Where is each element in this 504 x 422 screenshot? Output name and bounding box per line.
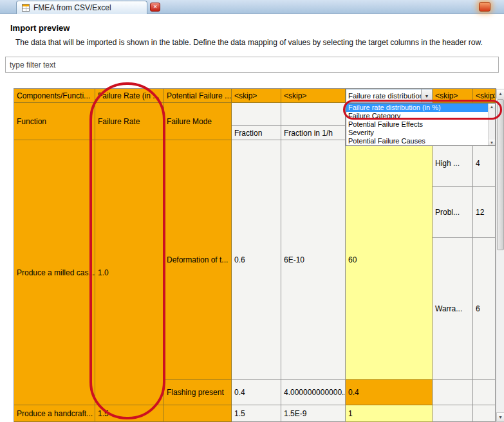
cell-rate-2: 1.5 bbox=[95, 405, 164, 422]
failure-rate-distribution-combobox[interactable]: Failure rate distribution ▼ bbox=[346, 89, 433, 103]
mapping-cell-failure-rate: Failure Rate bbox=[95, 103, 164, 140]
scrollbar-thumb[interactable] bbox=[497, 99, 504, 250]
dropdown-item-failure-rate-distribution[interactable]: Failure rate distribution (in %) bbox=[346, 104, 488, 112]
cell-failure-mode-2: Flashing present bbox=[164, 380, 232, 405]
dropdown-item-failure-category[interactable]: Failure Category bbox=[346, 112, 488, 120]
mapping-cell-fraction: Fraction bbox=[232, 126, 281, 140]
background-close-button[interactable] bbox=[479, 2, 490, 12]
mapping-cell-function: Function bbox=[14, 103, 95, 140]
column-header-skip-3[interactable]: <skip> bbox=[433, 89, 473, 103]
column-header-components[interactable]: Components/Functi... bbox=[14, 89, 95, 103]
cell-fraction-per-hour-1: 6E-10 bbox=[281, 140, 346, 380]
dropdown-item-potential-failure-causes[interactable]: Potential Failure Causes bbox=[346, 137, 488, 145]
cell-distribution-3: 1 bbox=[346, 405, 433, 422]
cell-severity-3: 6 bbox=[473, 238, 496, 380]
cell-fraction-3: 1.5 bbox=[232, 405, 281, 422]
cell-fraction-per-hour-3: 1.5E-9 bbox=[281, 405, 346, 422]
column-header-failure-rate[interactable]: Failure Rate (in ... bbox=[95, 89, 164, 103]
cell-failure-mode-1: Deformation of t... bbox=[164, 140, 232, 380]
mapping-cell-failure-mode: Failure Mode bbox=[164, 103, 232, 140]
chevron-down-icon: ▼ bbox=[425, 94, 429, 98]
cell-effect-1: High ... bbox=[433, 140, 473, 187]
column-header-skip-1[interactable]: <skip> bbox=[232, 89, 281, 103]
combobox-value: Failure rate distribution bbox=[346, 89, 421, 102]
table-vertical-scrollbar[interactable]: ▲ ▼ bbox=[496, 89, 504, 422]
cell-empty bbox=[232, 103, 281, 126]
cell-empty bbox=[473, 405, 496, 422]
cell-severity-2: 12 bbox=[473, 187, 496, 238]
cell-component-2: Produce a handcraft... bbox=[14, 405, 95, 422]
cell-fraction-2: 0.4 bbox=[232, 380, 281, 405]
cell-empty bbox=[281, 103, 346, 126]
column-header-skip-4[interactable]: <skip> bbox=[473, 89, 496, 103]
column-header-skip-2[interactable]: <skip> bbox=[281, 89, 346, 103]
cell-effect-2: Probl... bbox=[433, 187, 473, 238]
close-icon: ✕ bbox=[153, 4, 158, 10]
scroll-up-icon[interactable]: ▲ bbox=[489, 104, 495, 109]
cell-severity-1: 4 bbox=[473, 140, 496, 187]
close-button[interactable]: ✕ bbox=[150, 3, 160, 12]
window-titlebar: FMEA from CSV/Excel ✕ bbox=[0, 0, 504, 14]
cell-empty bbox=[433, 405, 473, 422]
filter-input[interactable] bbox=[5, 57, 499, 73]
scroll-down-button[interactable]: ▼ bbox=[496, 412, 504, 422]
window-tab[interactable]: FMEA from CSV/Excel bbox=[16, 1, 147, 14]
dropdown-item-severity[interactable]: Severity bbox=[346, 129, 488, 137]
page-description: The data that will be imported is shown … bbox=[15, 38, 483, 47]
column-header-potential-failure[interactable]: Potential Failure ... bbox=[164, 89, 232, 103]
csv-table-icon bbox=[22, 4, 30, 12]
page-title: Import preview bbox=[10, 23, 70, 33]
dropdown-scrollbar[interactable]: ▲ ▼ bbox=[488, 104, 495, 145]
cell-fraction-1: 0.6 bbox=[232, 140, 281, 380]
cell-empty bbox=[164, 405, 232, 422]
scroll-up-button[interactable]: ▲ bbox=[496, 89, 504, 98]
cell-fraction-per-hour-2: 4.000000000000... bbox=[281, 380, 346, 405]
dropdown-item-potential-failure-effects[interactable]: Potential Failure Effects bbox=[346, 120, 488, 129]
cell-empty bbox=[473, 380, 496, 405]
cell-distribution-1: 60 bbox=[346, 140, 433, 380]
mapping-cell-fraction-per-hour: Fraction in 1/h bbox=[281, 126, 346, 140]
window-title: FMEA from CSV/Excel bbox=[33, 3, 111, 12]
cell-distribution-2: 0.4 bbox=[346, 380, 433, 405]
mapping-dropdown-list: Failure rate distribution (in %) Failure… bbox=[346, 103, 496, 146]
cell-empty bbox=[433, 380, 473, 405]
cell-effect-3: Warra... bbox=[433, 238, 473, 380]
cell-component-1: Produce a milled cas... bbox=[14, 140, 95, 405]
combobox-dropdown-button[interactable]: ▼ bbox=[421, 89, 432, 102]
scroll-down-icon[interactable]: ▼ bbox=[489, 140, 495, 145]
cell-rate-1: 1.0 bbox=[95, 140, 164, 405]
